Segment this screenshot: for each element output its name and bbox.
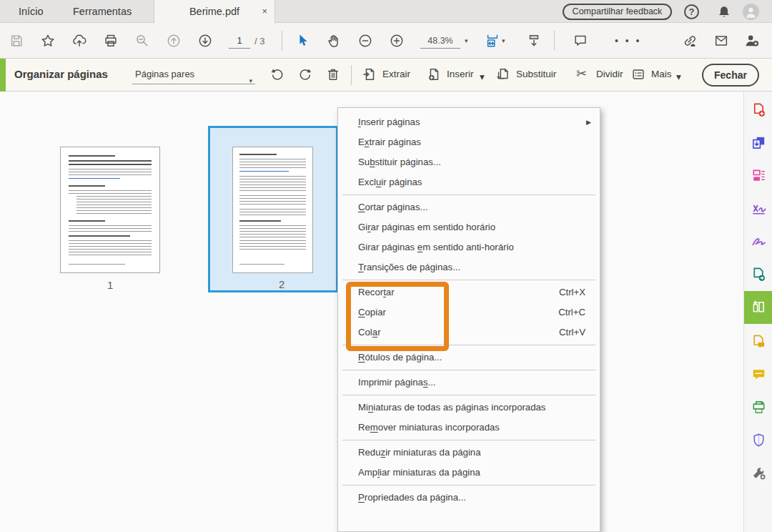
page-number-input[interactable]: 1 [229, 34, 250, 49]
hand-tool-icon[interactable] [326, 33, 342, 49]
menu-separator [342, 440, 595, 440]
zoom-in-icon[interactable] [389, 33, 405, 49]
create-pdf-icon [751, 102, 767, 118]
more-button[interactable]: Mais [651, 69, 672, 79]
scrolling-mode-icon[interactable] [526, 33, 542, 49]
close-tool-button[interactable]: Fechar [702, 64, 759, 87]
comment-icon[interactable] [573, 33, 588, 49]
tool-title: Organizar páginas [14, 68, 108, 80]
menu-item-cortar-paginas[interactable]: Cortar páginas... [338, 197, 600, 217]
menu-item-reduzir-miniaturas-da-pagina[interactable]: Reduzir miniaturas da página [338, 443, 600, 463]
page-range-dropdown[interactable]: Páginas pares ▾ [132, 65, 255, 84]
menu-shortcut: Ctrl+V [559, 322, 585, 343]
more-icon[interactable] [630, 66, 648, 84]
notifications-icon[interactable] [716, 4, 733, 21]
menu-item-copiar[interactable]: CopiarCtrl+C [338, 302, 600, 322]
share-link-icon[interactable] [682, 33, 698, 49]
previous-page-icon[interactable] [166, 33, 182, 49]
add-person-icon[interactable] [744, 33, 760, 49]
print-icon[interactable] [103, 33, 119, 49]
sidebar-tool-create-pdf[interactable] [744, 94, 772, 127]
menu-item-label: Girar páginas em sentido anti-horário [358, 242, 514, 252]
replace-button[interactable]: Substituir [516, 69, 556, 79]
page-range-value: Páginas pares [135, 69, 194, 79]
sidebar-tool-edit-pdf[interactable] [744, 159, 772, 192]
menu-item-rotulos-de-pagina[interactable]: Rótulos de página... [338, 348, 600, 368]
sidebar-tool-more-tools[interactable] [744, 457, 772, 490]
menu-item-colar[interactable]: ColarCtrl+V [338, 322, 600, 343]
document-title: Berime.pdf [189, 6, 239, 17]
help-icon[interactable]: ? [684, 4, 699, 19]
next-page-icon[interactable] [197, 33, 213, 49]
menu-item-recortar[interactable]: RecortarCtrl+X [338, 282, 600, 302]
insert-button[interactable]: Inserir [447, 69, 474, 79]
email-icon[interactable] [713, 33, 729, 49]
sidebar-tool-protect[interactable] [744, 424, 772, 457]
replace-icon[interactable] [495, 66, 512, 84]
page-total-label: / 3 [254, 34, 264, 49]
marquee-zoom-icon[interactable] [134, 33, 150, 49]
submenu-arrow-icon: ▶ [586, 112, 591, 132]
tools-sidebar [743, 92, 772, 532]
share-feedback-button[interactable]: Compartilhar feedback [563, 4, 672, 20]
sidebar-tool-print-production[interactable] [744, 391, 772, 424]
insert-caret-icon: ▾ [480, 71, 485, 82]
menu-item-substituir-paginas[interactable]: Substituir páginas... [338, 152, 600, 172]
zoom-out-icon[interactable] [357, 33, 373, 49]
menu-item-extrair-paginas[interactable]: Extrair páginas [338, 132, 600, 152]
split-icon[interactable]: ✂ [576, 65, 593, 82]
extract-button[interactable]: Extrair [382, 69, 410, 79]
menu-item-transicoes-de-paginas[interactable]: Transições de páginas... [338, 257, 600, 277]
tab-document[interactable]: Berime.pdf × [154, 0, 275, 24]
star-icon[interactable] [40, 33, 56, 49]
split-button[interactable]: Dividir [596, 69, 623, 79]
menu-separator [342, 194, 595, 195]
fit-width-icon[interactable] [485, 33, 500, 49]
rotate-cw-icon[interactable] [297, 66, 315, 84]
insert-icon[interactable] [426, 66, 443, 84]
tab-ferramentas[interactable]: Ferramentas [63, 0, 142, 23]
close-tab-icon[interactable]: × [262, 0, 267, 23]
zoom-dropdown-icon[interactable]: ▾ [465, 37, 468, 44]
menu-item-label: Ampliar miniaturas da página [358, 467, 480, 478]
menu-item-inserir-paginas[interactable]: Inserir páginas▶ [338, 112, 600, 132]
avatar[interactable] [743, 4, 759, 20]
fit-width-dropdown-icon[interactable]: ▾ [502, 37, 505, 44]
menu-item-propriedades-da-pagina[interactable]: Propriedades da página... [338, 488, 600, 508]
menu-item-label: Propriedades da página... [358, 492, 466, 503]
cloud-upload-icon[interactable] [71, 33, 87, 49]
menu-item-remover-miniaturas-incorporadas[interactable]: Remover miniaturas incorporadas [338, 418, 600, 438]
sidebar-tool-send-for-signature[interactable] [744, 258, 772, 291]
menu-item-label: Miniaturas de todas as páginas incorpora… [358, 402, 545, 413]
menu-shortcut: Ctrl+X [559, 282, 585, 302]
main-toolbar: 1 / 3 48.3% ▾ ▾ • • • [0, 23, 772, 59]
toolbar-separator [282, 31, 282, 51]
save-icon[interactable] [9, 33, 24, 49]
extract-icon[interactable] [362, 66, 379, 84]
zoom-level-input[interactable]: 48.3% [420, 34, 460, 49]
menu-item-label: Inserir páginas [358, 117, 420, 127]
menu-item-girar-paginas-em-sentido-anti-horario[interactable]: Girar páginas em sentido anti-horário [338, 237, 600, 257]
menu-item-label: Imprimir páginas... [358, 377, 435, 388]
page-2-number: 2 [279, 278, 284, 290]
select-tool-icon[interactable] [295, 33, 311, 49]
sidebar-tool-comment[interactable] [744, 358, 772, 391]
sidebar-tool-export-pdf[interactable] [744, 192, 772, 225]
page-thumbnail-2[interactable] [232, 147, 313, 273]
tab-inicio[interactable]: Início [9, 0, 54, 23]
sidebar-tool-fill-sign[interactable] [744, 225, 772, 258]
menu-item-excluir-paginas[interactable]: Excluir páginas [338, 172, 600, 192]
toolbar-separator [351, 65, 352, 85]
more-options-icon[interactable]: • • • [615, 31, 641, 50]
sidebar-tool-page-notes[interactable] [744, 325, 772, 358]
sidebar-tool-organize-pages[interactable] [744, 291, 772, 324]
sidebar-tool-combine-files[interactable] [744, 127, 772, 159]
menu-item-miniaturas-de-todas-as-paginas-incorporadas[interactable]: Miniaturas de todas as páginas incorpora… [338, 398, 600, 418]
menu-item-girar-paginas-em-sentido-horario[interactable]: Girar páginas em sentido horário [338, 217, 600, 237]
dropdown-caret-icon: ▾ [249, 72, 252, 90]
rotate-ccw-icon[interactable] [269, 66, 287, 84]
page-thumbnail-1[interactable] [60, 147, 160, 273]
delete-icon[interactable] [325, 66, 342, 84]
menu-item-imprimir-paginas[interactable]: Imprimir páginas... [338, 373, 600, 393]
menu-item-ampliar-miniaturas-da-pagina[interactable]: Ampliar miniaturas da página [338, 463, 600, 483]
